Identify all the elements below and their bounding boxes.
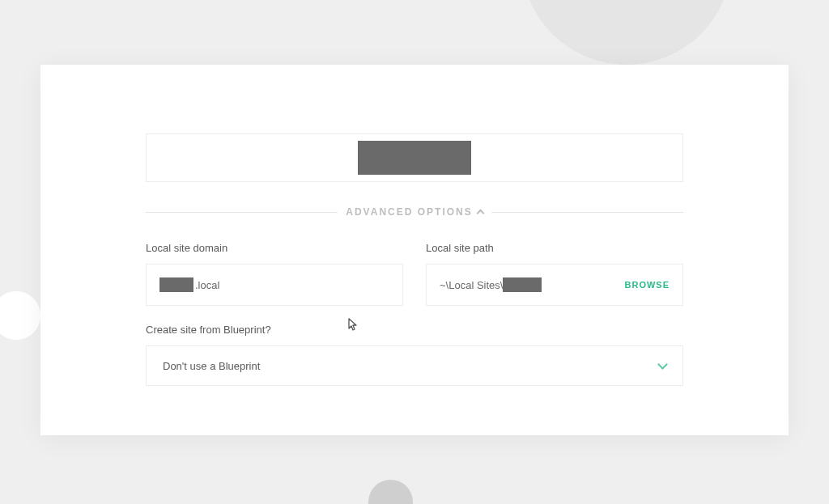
path-suffix-redacted [503,277,542,292]
blueprint-label: Create site from Blueprint? [146,324,683,336]
local-domain-input[interactable]: .local [146,264,403,306]
local-path-label: Local site path [426,242,683,254]
blueprint-select[interactable]: Don't use a Blueprint [146,345,683,386]
local-domain-label: Local site domain [146,242,403,254]
divider [146,212,338,213]
background-circle-decor [521,0,732,65]
path-prefix: ~\Local Sites\ [440,279,503,291]
background-circle-decor [0,291,40,340]
chevron-up-icon [476,209,484,217]
advanced-options-label: ADVANCED OPTIONS [346,206,472,218]
create-site-panel: ADVANCED OPTIONS Local site domain .loca… [40,65,789,435]
site-name-input[interactable] [146,133,683,182]
blueprint-selected-value: Don't use a Blueprint [163,360,260,372]
domain-suffix: .local [195,279,219,291]
advanced-options-toggle[interactable]: ADVANCED OPTIONS [146,206,683,218]
domain-prefix-redacted [159,277,193,292]
chevron-down-icon [657,359,668,370]
browse-button[interactable]: BROWSE [625,280,670,290]
local-path-input[interactable]: ~\Local Sites\ BROWSE [426,264,683,306]
site-name-redacted [358,141,471,175]
fields-row: Local site domain .local Local site path… [146,242,683,306]
divider [491,212,683,213]
background-circle-decor [368,480,413,504]
